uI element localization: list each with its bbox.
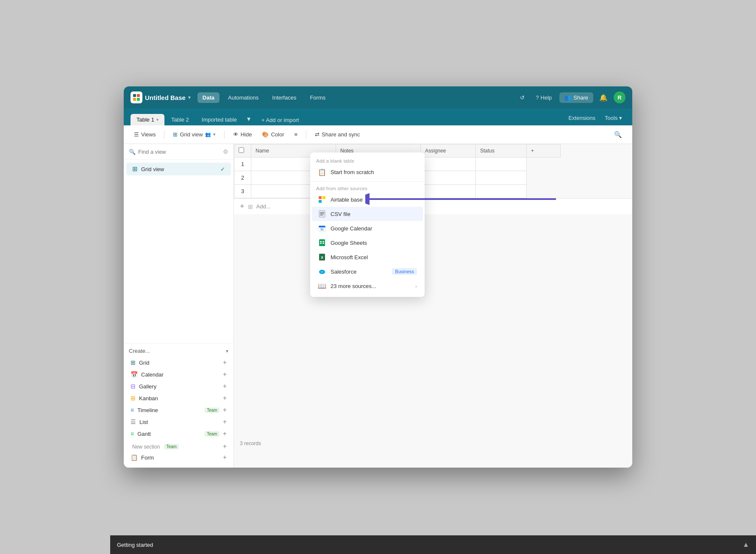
history-button[interactable]: ↺ [517,93,528,102]
group-button[interactable]: ≡ [291,130,301,139]
col-header-assignee[interactable]: Assignee [421,144,476,158]
sidebar-settings-icon[interactable]: ⚙ [223,148,228,155]
tools-button[interactable]: Tools ▾ [601,113,625,123]
row-1-status-cell[interactable] [476,158,527,171]
dropdown-divider-1 [310,181,425,182]
airtable-base-item[interactable]: Airtable base [312,192,423,207]
table-tab-imported-label: Imported table [202,116,237,123]
grid-icon: ⊞ [131,359,136,366]
table-tab-imported[interactable]: Imported table [196,114,243,125]
nav-right: ↺ ? Help 👥 Share 🔔 R [517,91,625,103]
sidebar-bottom: Create... ▾ ⊞ Grid + 📅 Calendar + ⊟ Gall… [124,343,233,468]
add-field-button[interactable]: Add... [256,203,271,210]
sidebar-search-area: 🔍 ⚙ [124,144,233,160]
new-section-plus-icon[interactable]: + [223,443,227,450]
microsoft-excel-item[interactable]: X Microsoft Excel [312,250,423,264]
csv-icon [318,210,326,218]
form-icon: 📋 [131,454,138,461]
start-from-scratch-item[interactable]: 📋 Start from scratch [312,165,423,180]
add-field-icon: ⊞ [248,203,253,210]
create-gantt-item[interactable]: ≡ Gantt Team + [129,428,228,440]
share-sync-button[interactable]: ⇄ Share and sync [311,130,363,139]
row-3-status-cell[interactable] [476,185,527,198]
create-chevron-icon: ▾ [226,348,228,354]
new-section-row: New section Team + [129,440,228,452]
create-kanban-item[interactable]: ⊞ Kanban + [129,392,228,404]
calendar-icon: 📅 [131,371,138,378]
forms-nav-button[interactable]: Forms [305,92,331,103]
extensions-button[interactable]: Extensions [565,113,599,123]
automations-nav-button[interactable]: Automations [223,92,264,103]
grid-view-button[interactable]: ⊞ Grid view 👥 ▾ [170,130,219,139]
timeline-icon: ≡ [131,407,134,413]
hide-button[interactable]: 👁 Hide [230,130,256,139]
top-nav: Untitled Base ▾ Data Automations Interfa… [124,86,632,108]
select-all-checkbox[interactable] [239,147,244,153]
google-calendar-item[interactable]: 31 Google Calendar [312,221,423,235]
table-tab-2[interactable]: Table 2 [165,114,195,125]
csv-file-item[interactable]: CSV file [312,207,423,221]
create-list-item[interactable]: ☰ List + [129,416,228,428]
create-grid-item[interactable]: ⊞ Grid + [129,357,228,368]
logo-area: Untitled Base ▾ [131,91,191,103]
color-icon: 🎨 [262,131,269,138]
grid-view-item[interactable]: ⊞ Grid view ✓ [126,163,231,175]
search-button[interactable]: 🔍 [611,129,625,140]
grid-view-check-icon: ✓ [220,166,225,172]
svg-rect-2 [133,98,136,101]
sidebar-views: ⊞ Grid view ✓ [124,160,233,343]
gantt-icon: ≡ [131,430,134,437]
svg-rect-18 [320,243,322,244]
salesforce-item[interactable]: SF Salesforce Business [312,264,423,279]
form-plus-icon: + [223,454,227,461]
new-section-label: New section [131,442,161,451]
row-2-assignee-cell[interactable] [421,171,476,185]
svg-text:X: X [321,255,323,260]
create-title: Create... [129,348,150,354]
add-row-button[interactable]: + [240,202,245,211]
grid-view-item-label: Grid view [141,166,217,172]
gantt-plus-icon: + [223,430,227,438]
grid-area: Name Notes Assignee Status + [234,144,632,468]
table-tab-1[interactable]: Table 1 ▾ [131,114,164,125]
row-1-assignee-cell[interactable] [421,158,476,171]
create-calendar-item[interactable]: 📅 Calendar + [129,368,228,380]
color-button[interactable]: 🎨 Color [258,130,287,139]
interfaces-nav-button[interactable]: Interfaces [267,92,301,103]
user-avatar[interactable]: R [614,91,625,103]
share-button[interactable]: 👥 Share [559,92,593,103]
views-button[interactable]: ☰ Views [131,130,159,139]
add-column-button[interactable]: + [527,144,561,158]
calendar-plus-icon: + [223,371,227,378]
hide-icon: 👁 [233,131,239,138]
add-table-button[interactable]: + Add or import [257,115,303,125]
new-section-team-badge: Team [164,444,178,449]
create-form-item[interactable]: 📋 Form + [129,452,228,463]
row-2-status-cell[interactable] [476,171,527,185]
table-tabs-more-icon[interactable]: ▾ [244,112,254,125]
timeline-team-badge: Team [205,407,219,413]
svg-rect-8 [320,212,324,213]
create-timeline-item[interactable]: ≡ Timeline Team + [129,404,228,416]
group-icon: ≡ [294,131,297,138]
data-nav-button[interactable]: Data [197,92,220,103]
more-sources-item[interactable]: 📖 23 more sources... › [312,279,423,294]
excel-icon: X [318,253,326,261]
sidebar: 🔍 ⚙ ⊞ Grid view ✓ Create... ▾ ⊞ Grid [124,144,234,468]
svg-rect-6 [319,200,322,203]
row-3-assignee-cell[interactable] [421,185,476,198]
gallery-icon: ⊟ [131,383,136,390]
notifications-button[interactable]: 🔔 [598,92,609,103]
help-button[interactable]: ? Help [532,93,555,102]
views-icon: ☰ [134,131,139,138]
add-table-dropdown: Add a blank table 📋 Start from scratch A… [310,152,425,297]
row-num-3: 3 [234,185,251,198]
find-view-input[interactable] [138,149,220,155]
svg-rect-5 [322,196,325,199]
create-gallery-item[interactable]: ⊟ Gallery + [129,380,228,392]
col-header-status[interactable]: Status [476,144,527,158]
svg-rect-10 [320,215,323,216]
google-sheets-item[interactable]: Google Sheets [312,235,423,250]
more-sources-chevron-icon: › [415,283,417,289]
base-chevron-icon: ▾ [188,94,191,100]
